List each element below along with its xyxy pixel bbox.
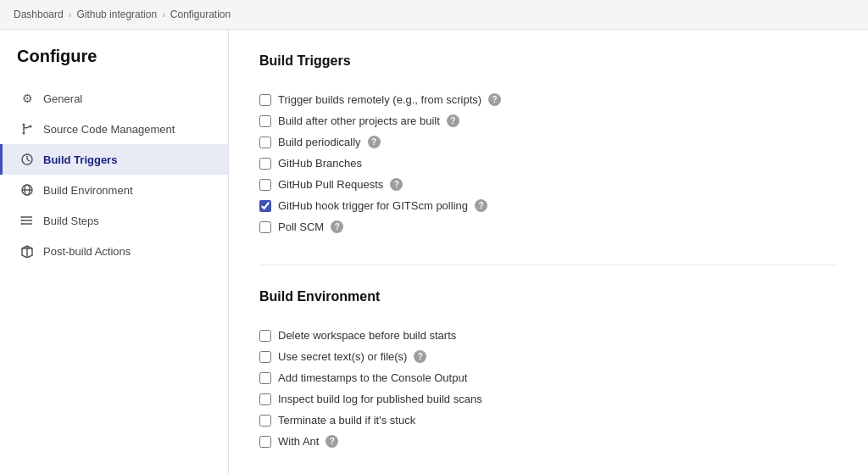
github-pull-requests-row: GitHub Pull Requests ? — [259, 174, 837, 195]
trigger-remote-label: Trigger builds remotely (e.g., from scri… — [278, 93, 481, 106]
trigger-remote-row: Trigger builds remotely (e.g., from scri… — [259, 89, 837, 110]
svg-line-6 — [27, 159, 30, 161]
github-branches-checkbox[interactable] — [259, 158, 271, 170]
terminate-build-row: Terminate a build if it's stuck — [259, 410, 837, 431]
sidebar-item-label: Build Steps — [43, 215, 99, 227]
github-hook-checkbox[interactable] — [259, 200, 271, 212]
sidebar-item-label: Build Triggers — [43, 153, 117, 166]
build-after-checkbox[interactable] — [259, 115, 271, 127]
sidebar-item-label: General — [43, 92, 82, 105]
main-layout: Configure ⚙ General Source Code Manageme… — [0, 30, 868, 474]
github-hook-label: GitHub hook trigger for GITScm polling — [278, 199, 468, 212]
sidebar-title: Configure — [0, 47, 228, 83]
poll-scm-label: Poll SCM — [278, 220, 324, 233]
build-periodically-row: Build periodically ? — [259, 131, 837, 153]
section-divider — [259, 265, 837, 265]
svg-point-13 — [21, 216, 23, 218]
github-hook-row: GitHub hook trigger for GITScm polling ? — [259, 195, 837, 216]
sidebar: Configure ⚙ General Source Code Manageme… — [0, 30, 229, 474]
github-branches-row: GitHub Branches — [259, 153, 837, 174]
build-triggers-section: Build Triggers Trigger builds remotely (… — [259, 53, 837, 237]
github-hook-help[interactable]: ? — [475, 199, 487, 212]
trigger-remote-help[interactable]: ? — [488, 93, 501, 106]
with-ant-row: With Ant ? — [259, 431, 837, 452]
svg-point-15 — [21, 223, 23, 225]
build-environment-title: Build Environment — [259, 289, 837, 309]
with-ant-label: With Ant — [278, 435, 319, 448]
delete-workspace-row: Delete workspace before build starts — [259, 325, 837, 346]
build-triggers-title: Build Triggers — [259, 53, 837, 74]
github-pull-requests-checkbox[interactable] — [259, 179, 271, 191]
svg-point-0 — [23, 124, 25, 126]
with-ant-help[interactable]: ? — [326, 435, 338, 448]
github-pull-requests-help[interactable]: ? — [390, 178, 403, 191]
terminate-build-checkbox[interactable] — [259, 415, 271, 427]
breadcrumb-sep-2: › — [162, 9, 165, 20]
build-after-row: Build after other projects are built ? — [259, 110, 837, 131]
sidebar-item-build-steps[interactable]: Build Steps — [0, 205, 228, 236]
build-environment-section: Build Environment Delete workspace befor… — [259, 289, 837, 452]
box-icon — [19, 243, 35, 259]
breadcrumb-dashboard[interactable]: Dashboard — [14, 8, 64, 20]
sidebar-item-build-environment[interactable]: Build Environment — [0, 175, 228, 205]
breadcrumb-sep-1: › — [69, 9, 72, 20]
build-periodically-checkbox[interactable] — [259, 137, 271, 148]
delete-workspace-label: Delete workspace before build starts — [278, 329, 456, 342]
sidebar-item-general[interactable]: ⚙ General — [0, 83, 228, 114]
timestamps-label: Add timestamps to the Console Output — [278, 371, 467, 384]
poll-scm-row: Poll SCM ? — [259, 216, 837, 237]
globe-icon — [19, 182, 35, 198]
list-icon — [19, 213, 35, 228]
breadcrumb-current: Configuration — [170, 8, 231, 20]
svg-point-1 — [23, 132, 25, 135]
trigger-remote-checkbox[interactable] — [259, 94, 271, 106]
poll-scm-help[interactable]: ? — [331, 220, 343, 233]
sidebar-item-label: Post-build Actions — [43, 245, 131, 258]
build-periodically-label: Build periodically — [278, 136, 361, 148]
sidebar-item-label: Build Environment — [43, 184, 133, 197]
inspect-build-row: Inspect build log for published build sc… — [259, 388, 837, 410]
secret-text-help[interactable]: ? — [414, 350, 426, 363]
timestamps-checkbox[interactable] — [259, 372, 271, 384]
build-after-help[interactable]: ? — [447, 114, 459, 127]
timestamps-row: Add timestamps to the Console Output — [259, 367, 837, 388]
with-ant-checkbox[interactable] — [259, 436, 271, 448]
secret-text-row: Use secret text(s) or file(s) ? — [259, 346, 837, 367]
sidebar-item-build-triggers[interactable]: Build Triggers — [0, 144, 228, 175]
gear-icon: ⚙ — [19, 91, 35, 106]
poll-scm-checkbox[interactable] — [259, 221, 271, 233]
secret-text-checkbox[interactable] — [259, 351, 271, 363]
github-branches-label: GitHub Branches — [278, 157, 362, 170]
breadcrumb-github[interactable]: Github integration — [76, 8, 157, 20]
breadcrumb: Dashboard › Github integration › Configu… — [0, 0, 868, 30]
build-periodically-help[interactable]: ? — [368, 136, 381, 148]
sidebar-item-label: Source Code Management — [43, 123, 175, 136]
build-after-label: Build after other projects are built — [278, 114, 440, 127]
inspect-build-label: Inspect build log for published build sc… — [278, 393, 482, 405]
content-area: Build Triggers Trigger builds remotely (… — [229, 30, 868, 474]
github-pull-requests-label: GitHub Pull Requests — [278, 178, 383, 191]
svg-point-2 — [30, 125, 32, 128]
terminate-build-label: Terminate a build if it's stuck — [278, 414, 415, 427]
sidebar-item-source-code[interactable]: Source Code Management — [0, 114, 228, 144]
inspect-build-checkbox[interactable] — [259, 393, 271, 405]
fork-icon — [19, 121, 35, 137]
svg-point-14 — [21, 220, 23, 221]
sidebar-item-post-build[interactable]: Post-build Actions — [0, 236, 228, 266]
delete-workspace-checkbox[interactable] — [259, 330, 271, 342]
secret-text-label: Use secret text(s) or file(s) — [278, 350, 407, 363]
clock-icon — [19, 152, 35, 167]
